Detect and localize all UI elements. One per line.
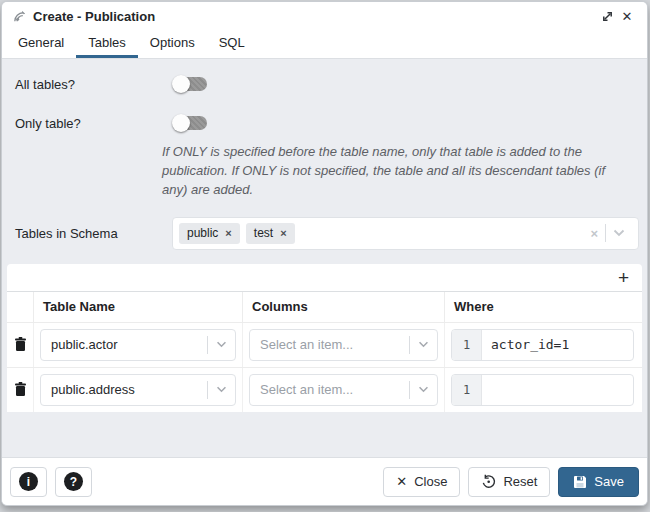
selected-table: public.actor [41, 337, 207, 352]
maximize-icon [601, 10, 614, 23]
help-icon: ? [64, 472, 83, 491]
schema-chip-public: public × [179, 223, 240, 244]
maximize-button[interactable] [597, 6, 617, 26]
close-dialog-button[interactable]: ✕ [617, 6, 637, 26]
only-table-label: Only table? [2, 116, 162, 131]
header-actions [7, 292, 34, 322]
info-button[interactable]: i [10, 467, 47, 497]
columns-select[interactable]: Select an item... [249, 329, 438, 361]
reset-icon [481, 474, 496, 489]
save-button[interactable]: Save [558, 467, 639, 497]
chevron-down-icon [208, 341, 235, 348]
line-number: 1 [452, 330, 482, 360]
tables-in-schema-label: Tables in Schema [2, 217, 162, 241]
columns-placeholder: Select an item... [250, 337, 409, 352]
help-button[interactable]: ? [55, 467, 92, 497]
delete-row-button[interactable] [7, 323, 34, 367]
create-publication-dialog: Create - Publication ✕ General Tables Op… [1, 1, 648, 506]
chip-label: public [187, 226, 218, 240]
tab-bar: General Tables Options SQL [2, 30, 647, 59]
where-expression[interactable] [482, 375, 633, 405]
trash-icon [14, 382, 27, 397]
save-icon [573, 475, 587, 489]
chevron-down-icon [410, 341, 437, 348]
header-where: Where [445, 292, 642, 322]
all-tables-toggle[interactable] [172, 74, 209, 94]
toggle-knob [172, 114, 190, 132]
chip-label: test [254, 226, 273, 240]
delete-row-button[interactable] [7, 368, 34, 412]
close-label: Close [414, 474, 447, 489]
where-editor[interactable]: 1 [451, 374, 634, 406]
table-name-select[interactable]: public.address [40, 374, 236, 406]
dialog-footer: i ? ✕ Close Reset Save [2, 457, 647, 505]
remove-chip-icon[interactable]: × [280, 227, 286, 239]
columns-select[interactable]: Select an item... [249, 374, 438, 406]
close-icon: ✕ [622, 9, 633, 24]
only-table-toggle[interactable] [172, 113, 209, 133]
chevron-down-icon[interactable] [606, 229, 632, 237]
title-bar: Create - Publication ✕ [2, 2, 647, 30]
tab-general[interactable]: General [6, 30, 76, 58]
selected-schemas: public × test × [179, 223, 583, 244]
tab-tables[interactable]: Tables [76, 30, 138, 58]
where-editor[interactable]: 1 actor_id=1 [451, 329, 634, 361]
all-tables-label: All tables? [2, 77, 162, 92]
header-table-name: Table Name [34, 292, 243, 322]
table-name-select[interactable]: public.actor [40, 329, 236, 361]
grid-toolbar: + [7, 264, 642, 292]
where-expression[interactable]: actor_id=1 [482, 330, 633, 360]
dialog-title: Create - Publication [33, 9, 597, 24]
tab-sql[interactable]: SQL [207, 30, 257, 58]
reset-button[interactable]: Reset [468, 467, 550, 497]
publication-icon [12, 9, 27, 24]
info-icon: i [19, 472, 38, 491]
trash-icon [14, 337, 27, 352]
reset-label: Reset [503, 474, 537, 489]
grid-header: Table Name Columns Where [7, 292, 642, 322]
table-row: public.actor Select an item... [7, 322, 642, 367]
header-columns: Columns [243, 292, 445, 322]
chevron-down-icon [410, 386, 437, 393]
chevron-down-icon [208, 386, 235, 393]
columns-placeholder: Select an item... [250, 382, 409, 397]
close-icon: ✕ [396, 474, 407, 489]
publication-tables-grid: + Table Name Columns Where [7, 264, 642, 412]
save-label: Save [594, 474, 624, 489]
remove-chip-icon[interactable]: × [225, 227, 231, 239]
toggle-knob [172, 75, 190, 93]
table-row: public.address Select an item... [7, 367, 642, 412]
add-row-button[interactable]: + [615, 268, 632, 287]
clear-all-icon[interactable]: × [583, 226, 605, 241]
tables-tab-panel: All tables? Only table? If ONLY is speci… [2, 59, 647, 457]
schema-chip-test: test × [246, 223, 295, 244]
tables-in-schema-select[interactable]: public × test × × [172, 217, 639, 250]
selected-table: public.address [41, 382, 207, 397]
only-table-help-text: If ONLY is specified before the table na… [162, 143, 621, 200]
tab-options[interactable]: Options [138, 30, 207, 58]
close-button[interactable]: ✕ Close [383, 467, 460, 497]
line-number: 1 [452, 375, 482, 405]
